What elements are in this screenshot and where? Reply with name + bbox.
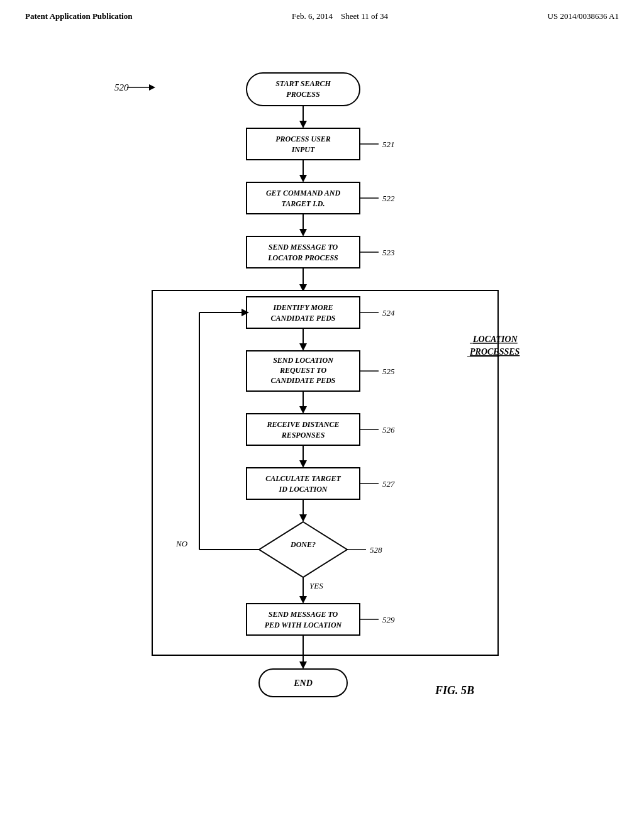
end-node-text: END [293,678,313,688]
svg-text:LOCATOR PROCESS: LOCATOR PROCESS [267,253,338,262]
svg-rect-16 [247,236,360,268]
svg-rect-41 [247,468,360,499]
svg-text:PROCESS: PROCESS [286,90,320,99]
svg-text:PROCESSES: PROCESSES [470,347,520,357]
label-522: 522 [382,194,395,203]
label-521: 521 [382,140,395,149]
flowchart-diagram: 520 START SEARCH PROCESS PROCESS USER IN… [77,34,567,788]
svg-marker-15 [299,229,307,236]
node-528-text: DONE? [290,540,316,549]
label-523: 523 [382,248,395,257]
svg-rect-36 [247,414,360,445]
fig-label: FIG. 5B [435,684,474,697]
label-525: 525 [382,367,395,376]
label-524: 524 [382,308,395,318]
svg-rect-25 [247,297,360,328]
svg-rect-53 [247,604,360,635]
svg-text:CANDIDATE PEDS: CANDIDATE PEDS [270,314,335,323]
node-524-text: IDENTIFY MORE [272,303,333,312]
header-left: Patent Application Publication [25,11,132,21]
node-523-text: SEND MESSAGE TO [269,243,338,252]
header-center: Feb. 6, 2014 Sheet 11 of 34 [292,11,388,21]
main-content: 520 START SEARCH PROCESS PROCESS USER IN… [0,28,644,795]
label-528: 528 [370,545,382,555]
node-521-text: PROCESS USER [275,135,331,143]
svg-text:CANDIDATE PEDS: CANDIDATE PEDS [270,376,335,385]
svg-marker-57 [299,661,307,669]
label-526: 526 [382,425,395,434]
svg-text:PED WITH LOCATION: PED WITH LOCATION [265,621,343,629]
svg-text:RESPONSES: RESPONSES [281,431,325,440]
svg-marker-5 [299,121,307,128]
node-525-text: SEND LOCATION [273,356,334,365]
node-522-text: GET COMMAND AND [266,189,341,197]
label-529: 529 [382,615,395,624]
start-node-text: START SEARCH [275,79,331,88]
svg-text:TARGET I.D.: TARGET I.D. [281,199,325,208]
svg-marker-1 [149,84,155,91]
node-529-text: SEND MESSAGE TO [269,610,338,619]
svg-text:INPUT: INPUT [291,145,315,154]
location-processes-label: LOCATION [472,335,518,344]
header-right: US 2014/0038636 A1 [548,11,619,21]
label-520: 520 [114,82,129,92]
svg-text:ID LOCATION: ID LOCATION [278,485,328,494]
svg-marker-10 [299,175,307,182]
node-527-text: CALCULATE TARGET [265,474,341,483]
svg-rect-11 [247,182,360,214]
node-526-text: RECEIVE DISTANCE [266,420,339,429]
no-label: NO [175,539,188,548]
svg-rect-6 [247,128,360,160]
sheet-info: Sheet 11 of 34 [341,11,388,21]
svg-text:REQUEST TO: REQUEST TO [279,366,326,375]
svg-rect-2 [247,73,360,106]
yes-label: YES [309,581,323,590]
page-header: Patent Application Publication Feb. 6, 2… [0,0,644,28]
label-527: 527 [382,479,395,489]
